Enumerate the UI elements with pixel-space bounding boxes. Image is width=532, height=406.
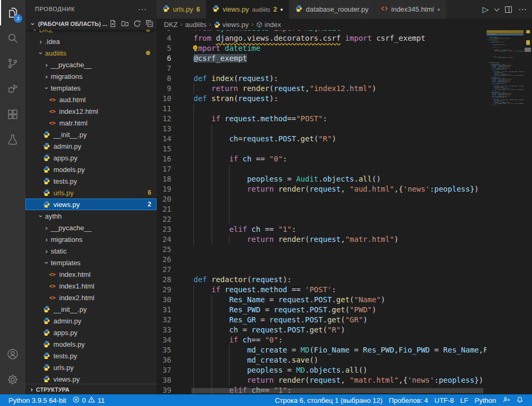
minimap[interactable]: from aythh.models import MD,Auditfrom dj… <box>487 30 524 394</box>
explorer-more-actions-icon[interactable]: ··· <box>138 5 147 13</box>
run-dropdown-button[interactable] <box>495 8 499 11</box>
code-line-text: return render(request,"matr.html") <box>194 234 399 245</box>
code-editor[interactable]: 3from aythh.models import MD,Audit4from … <box>157 30 487 394</box>
collapse-all-icon[interactable] <box>145 20 153 29</box>
tree-item-views-py[interactable]: views.py <box>25 373 157 385</box>
tree-item-label: matr.html <box>59 119 87 127</box>
activity-run-debug[interactable] <box>0 76 25 102</box>
tree-item-urls-py[interactable]: urls.py6 <box>25 187 157 199</box>
activity-explorer[interactable]: 3 <box>0 0 25 25</box>
code-token <box>194 366 247 374</box>
overview-ruler[interactable] <box>524 30 532 394</box>
tree-item-urls-py[interactable]: urls.py <box>25 362 157 373</box>
tab-urls-py[interactable]: urls.py6 <box>157 0 206 19</box>
refresh-icon[interactable] <box>133 20 141 29</box>
tree-item-index-html[interactable]: <>index.html <box>25 268 157 280</box>
chevron-right-icon: › <box>27 385 36 393</box>
code-token: get <box>300 134 314 143</box>
tree-item-aud-html[interactable]: <>aud.html <box>25 94 157 105</box>
breadcrumb-label: index <box>264 21 281 29</box>
code-token: "0" <box>265 336 278 344</box>
tab-index345-html[interactable]: index345.html● <box>375 0 446 19</box>
tree-item-index1-html[interactable]: <>index1.html <box>25 280 157 292</box>
tree-item-admin-py[interactable]: admin.py <box>25 315 157 327</box>
tree-item-apps-py[interactable]: apps.py <box>25 152 157 164</box>
new-folder-icon[interactable] <box>121 20 129 29</box>
language-mode[interactable]: Python <box>472 396 499 404</box>
tree-item-label: tests.py <box>53 177 77 185</box>
code-token: . <box>341 366 345 374</box>
tab-views-py[interactable]: views.pyaudiiits2● <box>206 0 289 19</box>
indent-guide <box>212 164 212 174</box>
tree-item-aythh[interactable]: ›aythh <box>25 210 157 222</box>
code-line-34: 34 if ch== "0": <box>157 335 487 345</box>
modified-dot-icon[interactable]: ● <box>280 7 283 12</box>
eol-sequence-label: LF <box>460 396 468 404</box>
eol-sequence[interactable]: LF <box>457 396 471 404</box>
tree-item-templates[interactable]: ›templates <box>25 257 157 268</box>
split-editor-button[interactable] <box>505 6 512 13</box>
lightbulb-icon[interactable] <box>191 44 199 52</box>
code-token: Res_GR <box>229 315 256 324</box>
workspace-section-header[interactable]: › (РАБОЧАЯ ОБЛАСТЬ) ... <box>25 18 157 30</box>
tab-database-roouter-py[interactable]: database_roouter.py <box>289 0 375 19</box>
line-number: 32 <box>157 315 171 325</box>
breadcrumb-item[interactable]: views.py <box>214 21 249 29</box>
tree-item-templates[interactable]: ›templates <box>25 82 157 94</box>
activity-search[interactable] <box>0 25 25 51</box>
code-token: datetime <box>225 44 260 52</box>
breadcrumb-label: views.py <box>222 21 249 29</box>
vscode-window: 3 ПРОВОДНИК ··· ›DKZ›.idea›audiiits›__py… <box>0 0 532 406</box>
modified-dot-icon[interactable]: ● <box>437 7 440 12</box>
python-interpreter[interactable]: Python 3.9.5 64-bit <box>5 396 69 404</box>
tree-item--init-py[interactable]: __init__.py <box>25 303 157 315</box>
horizontal-scrollbar[interactable] <box>191 388 483 393</box>
activity-extensions[interactable] <box>0 102 25 127</box>
tree-item-migrations[interactable]: ›migrations <box>25 233 157 245</box>
run-python-file-button[interactable]: ▷ <box>482 5 489 13</box>
code-token: . <box>323 315 327 324</box>
tree-item-tests-py[interactable]: tests.py <box>25 175 157 187</box>
tree-item--pycache-[interactable]: ›__pycache__ <box>25 59 157 70</box>
tree-item-migrations[interactable]: ›migrations <box>25 70 157 82</box>
more-actions-button[interactable]: ··· <box>518 5 527 14</box>
code-token: request <box>309 235 341 243</box>
breadcrumb-item[interactable]: audiiits <box>185 21 206 29</box>
activity-testing[interactable] <box>0 127 25 152</box>
tree-item-apps-py[interactable]: apps.py <box>25 327 157 338</box>
indent-guide <box>194 214 194 224</box>
tree-item-models-py[interactable]: models.py <box>25 164 157 175</box>
feedback[interactable] <box>499 396 513 405</box>
problems-indicator[interactable]: 011 <box>69 396 108 405</box>
tree-item-index2-html[interactable]: <>index2.html <box>25 292 157 303</box>
tree-item--pycache-[interactable]: ›__pycache__ <box>25 222 157 233</box>
code-token: == <box>252 336 265 344</box>
activity-settings[interactable] <box>0 367 25 392</box>
tree-item--init-py[interactable]: __init__.py <box>25 129 157 140</box>
code-token: Res_PWD <box>229 305 260 314</box>
encoding[interactable]: UTF-8 <box>432 396 457 404</box>
cursor-position[interactable]: Строка 6, столбец 1 (выбрано 12) <box>272 396 386 404</box>
tree-item--idea[interactable]: ›.idea <box>25 35 157 47</box>
new-file-icon[interactable] <box>109 20 117 29</box>
notifications[interactable] <box>513 396 527 405</box>
tree-item-models-py[interactable]: models.py <box>25 338 157 350</box>
code-line-text: ch = request.POST.get("R") <box>194 325 345 335</box>
outline-section-header[interactable]: › СТРУКТУРА <box>25 384 157 394</box>
tree-item-tests-py[interactable]: tests.py <box>25 350 157 362</box>
tree-item-static[interactable]: ›static <box>25 245 157 257</box>
chevron-right-icon: › <box>42 224 51 232</box>
tree-item-matr-html[interactable]: <>matr.html <box>25 117 157 129</box>
tree-item-admin-py[interactable]: admin.py <box>25 140 157 152</box>
activity-accounts[interactable] <box>0 341 25 367</box>
code-token: all <box>345 366 359 374</box>
tree-item-audiiits[interactable]: ›audiiits <box>25 47 157 59</box>
breadcrumb-item[interactable]: DKZ <box>164 21 178 29</box>
code-token <box>194 346 247 354</box>
tree-item-views-py[interactable]: views.py2 <box>25 199 157 210</box>
code-line-5: 5import datetime <box>157 43 487 53</box>
indentation[interactable]: Пробелов: 4 <box>386 396 431 404</box>
activity-source-control[interactable] <box>0 51 25 76</box>
tree-item-index12-html[interactable]: <>index12.html <box>25 105 157 117</box>
breadcrumb-item[interactable]: index <box>256 21 281 29</box>
